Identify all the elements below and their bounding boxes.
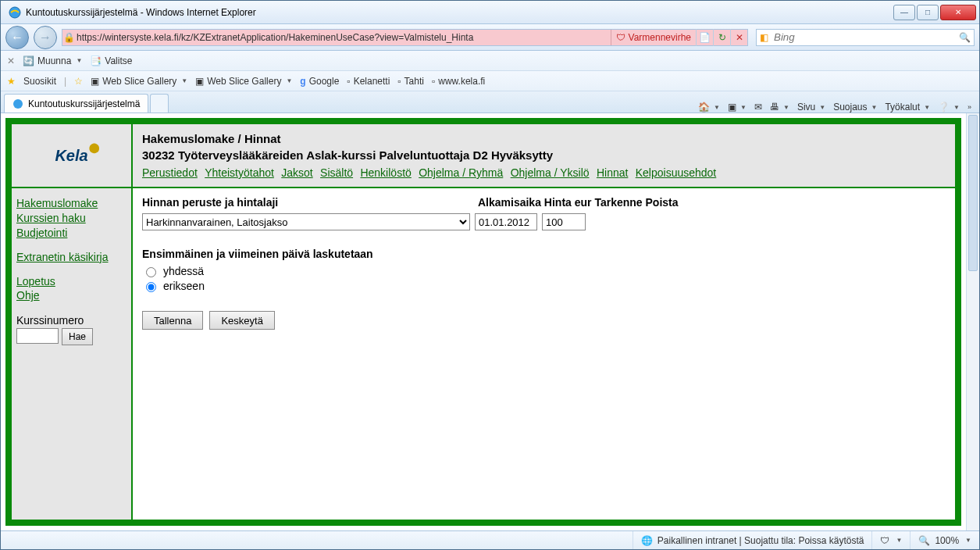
rss-icon: ▣ (728, 102, 736, 112)
add-favorite-icon[interactable]: ☆ (74, 76, 83, 87)
fav-link-2[interactable]: gGoogle (300, 76, 339, 87)
top-link-4[interactable]: Henkilöstö (360, 166, 411, 179)
feeds-button[interactable]: ▣▼ (728, 102, 747, 112)
page-icon: ▫ (397, 76, 401, 87)
column-headers: Hinnan peruste ja hintalaji Alkamisaika … (142, 196, 946, 209)
address-bar[interactable]: 🔒 🛡 Varmennevirhe 📄 ↻ ✕ (62, 29, 748, 46)
new-tab-button[interactable] (150, 94, 169, 112)
favorites-bar: ★ Suosikit | ☆ ▣Web Slice Gallery▼ ▣Web … (1, 71, 979, 91)
side-link-extranet[interactable]: Extranetin käsikirja (16, 250, 127, 265)
close-button[interactable]: ✕ (940, 5, 976, 20)
safety-menu-label: Suojaus (833, 102, 867, 112)
cancel-button[interactable]: Keskeytä (209, 311, 274, 330)
kurssinumero-label: Kurssinumero (16, 314, 127, 327)
url-input[interactable] (75, 30, 611, 45)
back-button[interactable]: ← (5, 26, 29, 49)
forward-button[interactable]: → (34, 26, 57, 49)
mail-button[interactable]: ✉ (754, 102, 762, 112)
minimize-button[interactable]: — (893, 5, 915, 20)
top-link-5[interactable]: Ohjelma / Ryhmä (419, 166, 503, 179)
top-nav-links: Perustiedot Yhteistyötahot Jaksot Sisält… (142, 166, 946, 179)
top-link-8[interactable]: Kelpoisuusehdot (636, 166, 717, 179)
app-frame: Kela⬤ Hakemuslomake / Hinnat 30232 Työte… (5, 118, 961, 526)
muunna-label: Muunna (37, 55, 71, 66)
peruste-select[interactable]: Harkinnanvarainen, Laitosjakso (142, 213, 470, 230)
close-toolbar-icon[interactable]: ✕ (7, 55, 15, 66)
maximize-button[interactable]: □ (917, 5, 939, 20)
top-link-3[interactable]: Sisältö (320, 166, 353, 179)
fav-link-1[interactable]: ▣Web Slice Gallery▼ (195, 76, 292, 87)
safety-menu[interactable]: Suojaus▼ (833, 102, 877, 112)
top-link-6[interactable]: Ohjelma / Yksilö (511, 166, 590, 179)
kurssinumero-input[interactable] (16, 328, 59, 344)
home-icon: 🏠 (698, 102, 710, 112)
compat-icon[interactable]: 📄 (696, 29, 713, 46)
zone-label: Paikallinen intranet | Suojattu tila: Po… (657, 535, 864, 546)
side-link-kurssien-haku[interactable]: Kurssien haku (16, 211, 127, 226)
tab-active[interactable]: Kuntoutuskurssijärjestelmä (4, 94, 148, 112)
price-row: Harkinnanvarainen, Laitosjakso (142, 213, 946, 230)
top-link-7[interactable]: Hinnat (597, 166, 628, 179)
billing-section-title: Ensimmäinen ja viimeinen päivä laskuteta… (142, 248, 946, 260)
side-link-hakemuslomake[interactable]: Hakemuslomake (16, 196, 127, 211)
top-link-1[interactable]: Yhteistyötahot (205, 166, 274, 179)
page-menu-label: Sivu (797, 102, 815, 112)
radio-yhdessa-label: yhdessä (163, 265, 204, 277)
google-icon: g (300, 76, 305, 87)
valitse-button[interactable]: 📑 Valitse (90, 55, 132, 66)
cert-error[interactable]: 🛡 Varmennevirhe (611, 30, 696, 45)
vertical-scrollbar[interactable] (966, 113, 979, 530)
save-button[interactable]: Tallenna (142, 311, 203, 330)
side-link-ohje[interactable]: Ohje (16, 288, 127, 303)
zoom-icon: 🔍 (918, 535, 930, 546)
col-header-1: Hinnan peruste ja hintalaji (142, 196, 478, 209)
radio-erikseen[interactable] (146, 282, 156, 292)
suosikit-button[interactable]: Suosikit (23, 76, 56, 87)
top-link-2[interactable]: Jaksot (281, 166, 312, 179)
refresh-icon[interactable]: ↻ (713, 29, 730, 46)
tools-menu[interactable]: Työkalut▼ (885, 102, 930, 112)
protected-mode-icon-seg[interactable]: 🛡▼ (871, 531, 910, 549)
shield-icon: 🛡 (880, 535, 889, 546)
hinta-input[interactable] (542, 213, 586, 230)
stop-icon[interactable]: ✕ (730, 29, 747, 46)
side-link-lopetus[interactable]: Lopetus (16, 274, 127, 289)
statusbar: 🌐 Paikallinen intranet | Suojattu tila: … (1, 530, 979, 549)
page-icon: ▫ (432, 76, 435, 87)
tabstrip: Kuntoutuskurssijärjestelmä 🏠▼ ▣▼ ✉ 🖶▼ Si… (1, 91, 979, 113)
globe-icon: 🌐 (641, 535, 653, 546)
chevron-down-icon: ▼ (76, 57, 82, 64)
alkamisaika-input[interactable] (475, 213, 537, 230)
fav-link-5[interactable]: ▫www.kela.fi (432, 76, 485, 87)
scrollbar-thumb[interactable] (968, 115, 978, 271)
favorites-star-icon[interactable]: ★ (7, 76, 16, 87)
zoom-control[interactable]: 🔍 100% ▼ (910, 531, 979, 549)
search-input[interactable] (771, 30, 955, 45)
fav-label: Google (309, 76, 340, 87)
main-panel: Hinnan peruste ja hintalaji Alkamisaika … (133, 188, 955, 520)
hae-button[interactable]: Hae (62, 328, 93, 345)
svg-point-1 (13, 99, 23, 109)
search-icon[interactable]: 🔍 (955, 32, 974, 43)
tab-label: Kuntoutuskurssijärjestelmä (28, 98, 140, 109)
fav-link-4[interactable]: ▫Tahti (397, 76, 424, 87)
page-menu[interactable]: Sivu▼ (797, 102, 825, 112)
print-button[interactable]: 🖶▼ (770, 102, 789, 112)
header-row: Kela⬤ Hakemuslomake / Hinnat 30232 Työte… (12, 124, 955, 188)
chevron-down-icon: ▼ (924, 104, 930, 111)
help-button[interactable]: ❔▼ (938, 102, 960, 112)
security-zone[interactable]: 🌐 Paikallinen intranet | Suojattu tila: … (633, 531, 872, 549)
muunna-button[interactable]: 🔄 Muunna ▼ (23, 55, 82, 66)
window-buttons: — □ ✕ (893, 5, 976, 20)
top-link-0[interactable]: Perustiedot (142, 166, 198, 179)
body-row: Hakemuslomake Kurssien haku Budjetointi … (12, 188, 955, 520)
fav-link-0[interactable]: ▣Web Slice Gallery▼ (91, 76, 187, 87)
side-link-budjetointi[interactable]: Budjetointi (16, 226, 127, 241)
home-button[interactable]: 🏠▼ (698, 102, 720, 112)
logo-badge-icon: ⬤ (89, 142, 99, 153)
radio-yhdessa[interactable] (146, 267, 156, 277)
fav-link-3[interactable]: ▫Kelanetti (347, 76, 390, 87)
overflow-icon[interactable]: » (968, 103, 971, 111)
search-bar[interactable]: ◧ 🔍 (756, 29, 975, 46)
chevron-down-icon: ▼ (965, 537, 971, 544)
